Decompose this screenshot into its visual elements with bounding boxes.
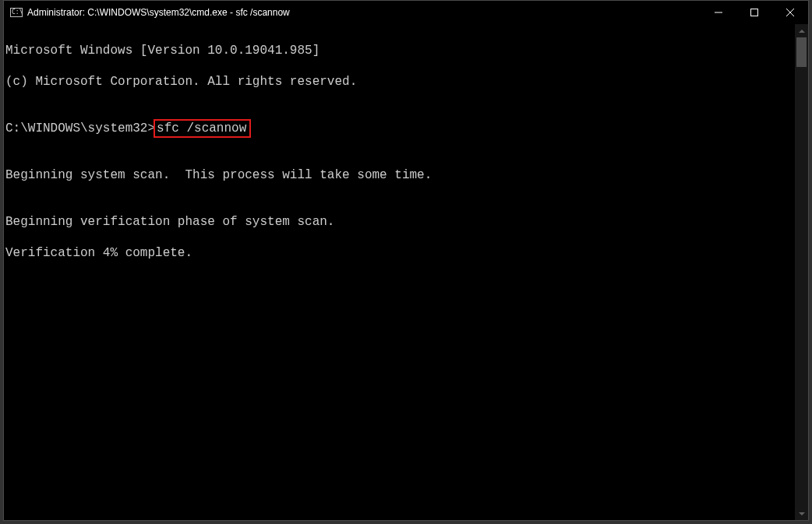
prompt-text: C:\WINDOWS\system32> xyxy=(5,121,155,135)
output-line: Microsoft Windows [Version 10.0.19041.98… xyxy=(5,43,795,58)
chevron-down-icon xyxy=(799,512,805,515)
vertical-scrollbar[interactable] xyxy=(795,24,808,520)
scroll-down-button[interactable] xyxy=(795,507,808,520)
svg-rect-2 xyxy=(715,12,722,13)
scrollbar-track[interactable] xyxy=(795,37,808,507)
minimize-button[interactable] xyxy=(701,1,736,24)
command-text: sfc /scannow xyxy=(157,121,246,135)
chevron-up-icon xyxy=(799,30,805,33)
maximize-icon xyxy=(750,9,758,16)
window-title: Administrator: C:\WINDOWS\system32\cmd.e… xyxy=(27,7,290,18)
command-highlight: sfc /scannow xyxy=(154,119,251,138)
maximize-button[interactable] xyxy=(736,1,772,24)
minimize-icon xyxy=(715,9,722,16)
svg-rect-3 xyxy=(751,9,758,16)
titlebar[interactable]: C:\ Administrator: C:\WINDOWS\system32\c… xyxy=(4,1,808,24)
output-line: (c) Microsoft Corporation. All rights re… xyxy=(5,74,795,90)
close-button[interactable] xyxy=(772,1,808,24)
output-line: Beginning system scan. This process will… xyxy=(5,167,795,183)
scrollbar-thumb[interactable] xyxy=(796,37,807,67)
scroll-up-button[interactable] xyxy=(795,24,808,37)
svg-text:C:\: C:\ xyxy=(12,9,23,16)
cmd-icon: C:\ xyxy=(10,6,23,19)
close-icon xyxy=(786,9,794,16)
output-line: Beginning verification phase of system s… xyxy=(5,214,795,230)
console-output[interactable]: Microsoft Windows [Version 10.0.19041.98… xyxy=(4,24,795,520)
prompt-line: C:\WINDOWS\system32>sfc /scannow xyxy=(5,121,795,136)
client-area: Microsoft Windows [Version 10.0.19041.98… xyxy=(4,24,808,520)
output-line: Verification 4% complete. xyxy=(5,245,795,261)
cmd-window: C:\ Administrator: C:\WINDOWS\system32\c… xyxy=(3,0,809,521)
